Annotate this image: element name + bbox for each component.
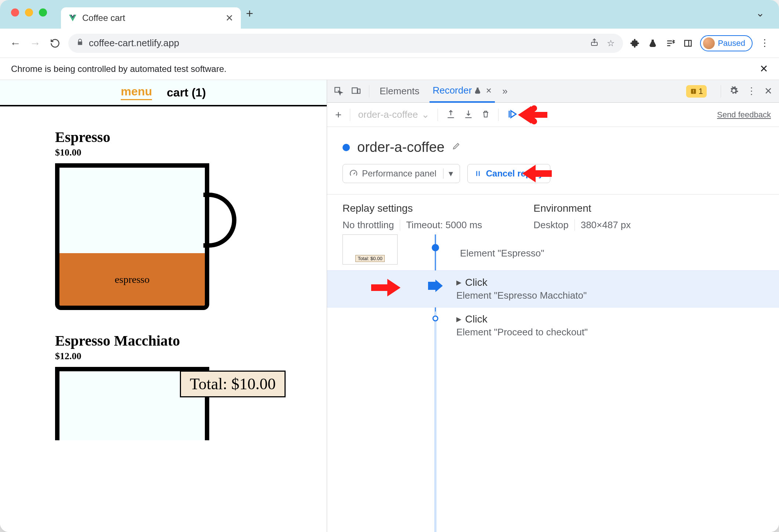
total-badge[interactable]: Total: $10.00: [180, 371, 286, 397]
side-panel-icon[interactable]: [682, 38, 693, 49]
timeline-step-current[interactable]: ▶Click Element "Espresso Macchiato": [327, 271, 779, 307]
gauge-icon: [349, 170, 358, 178]
tab-close-icon[interactable]: ✕: [225, 12, 233, 24]
timeout-value[interactable]: Timeout: 5000 ms: [406, 219, 482, 231]
browser-toolbar: ← → coffee-cart.netlify.app ☆: [0, 29, 779, 58]
product-price: $12.00: [55, 351, 327, 362]
devtools-panel: Elements Recorder ✕ » 1 ⋮ ✕: [327, 80, 779, 532]
send-feedback-link[interactable]: Send feedback: [717, 110, 771, 120]
forward-button[interactable]: →: [29, 37, 42, 50]
pause-icon: [474, 170, 482, 177]
product-espresso: Espresso $10.00 espresso: [55, 128, 327, 310]
import-icon[interactable]: [464, 109, 473, 120]
issues-badge[interactable]: 1: [686, 85, 707, 98]
timeline-step[interactable]: Total: $0.00 ▶Click Element "Espresso": [327, 234, 779, 271]
back-button[interactable]: ←: [9, 37, 22, 50]
edit-name-icon[interactable]: [452, 142, 461, 153]
address-bar[interactable]: coffee-cart.netlify.app ☆: [68, 34, 623, 53]
avatar-icon: [703, 37, 715, 49]
annotation-arrow: [371, 277, 401, 298]
page-nav: menu cart (1): [0, 80, 327, 106]
profile-paused-chip[interactable]: Paused: [700, 35, 753, 51]
nav-cart-link[interactable]: cart (1): [167, 86, 206, 99]
product-name: Espresso Macchiato: [55, 332, 327, 349]
chevron-down-icon[interactable]: ▾: [443, 168, 453, 179]
svg-rect-7: [693, 90, 694, 92]
svg-rect-5: [358, 89, 360, 93]
environment-viewport: 380×487 px: [581, 219, 631, 231]
extensions-icon[interactable]: [630, 38, 641, 49]
tab-elements[interactable]: Elements: [377, 80, 422, 103]
recorder-settings-row: Replay settings No throttling Timeout: 5…: [327, 194, 779, 234]
recording-selector[interactable]: order-a-coffee ⌄: [358, 109, 430, 120]
tab-recorder[interactable]: Recorder ✕: [430, 80, 495, 103]
devtools-tabstrip: Elements Recorder ✕ » 1 ⋮ ✕: [327, 80, 779, 103]
automation-infobar: Chrome is being controlled by automated …: [0, 58, 779, 80]
step-description: Element "Espresso": [460, 248, 544, 259]
product-espresso-macchiato: Espresso Macchiato $12.00 Total: $10.00: [55, 332, 327, 440]
automation-infobar-text: Chrome is being controlled by automated …: [11, 64, 227, 74]
browser-titlebar: Coffee cart ✕ + ⌄: [0, 0, 779, 29]
environment-device: Desktop: [533, 219, 568, 231]
new-recording-button[interactable]: +: [335, 109, 342, 121]
throttling-value[interactable]: No throttling: [343, 219, 394, 231]
labs-icon[interactable]: [647, 38, 658, 49]
settings-gear-icon[interactable]: [729, 86, 739, 97]
more-tabs-icon[interactable]: »: [502, 85, 507, 97]
coffee-cup-icon[interactable]: espresso: [55, 163, 217, 310]
replay-button[interactable]: [507, 109, 517, 121]
kebab-menu-icon[interactable]: ⋮: [759, 38, 770, 49]
window-close-button[interactable]: [11, 8, 19, 17]
step-description: Element "Espresso Macchiato": [456, 290, 587, 301]
vue-logo-icon: [68, 14, 77, 22]
url-text: coffee-cart.netlify.app: [89, 37, 179, 49]
svg-rect-1: [685, 40, 691, 46]
replay-settings-heading: Replay settings: [343, 203, 482, 214]
svg-rect-8: [693, 92, 694, 93]
inspect-element-icon[interactable]: [334, 86, 344, 96]
recording-title: order-a-coffee: [357, 139, 445, 155]
reading-list-icon[interactable]: [665, 38, 676, 49]
new-tab-button[interactable]: +: [246, 6, 253, 21]
tabs-dropdown-icon[interactable]: ⌄: [756, 7, 764, 19]
device-toolbar-icon[interactable]: [351, 86, 362, 96]
devtools-menu-icon[interactable]: ⋮: [747, 85, 756, 97]
export-icon[interactable]: [446, 109, 456, 120]
current-step-marker-icon: [428, 280, 443, 294]
devtools-close-icon[interactable]: ✕: [764, 85, 772, 97]
share-icon[interactable]: [590, 38, 599, 49]
step-description: Element "Proceed to checkout": [456, 327, 588, 338]
lock-icon: [76, 39, 84, 48]
step-marker-icon: [432, 316, 438, 321]
performance-panel-button[interactable]: Performance panel ▾: [343, 164, 460, 183]
product-price: $10.00: [55, 147, 327, 158]
annotation-arrow: [522, 163, 552, 184]
step-title: Click: [465, 313, 488, 325]
annotation-arrow: [518, 105, 547, 125]
expand-caret-icon[interactable]: ▶: [456, 278, 461, 287]
nav-menu-link[interactable]: menu: [121, 85, 152, 100]
chevron-down-icon: ⌄: [421, 109, 430, 120]
bookmark-icon[interactable]: ☆: [607, 38, 615, 48]
recording-status-dot: [343, 144, 350, 151]
environment-heading: Environment: [533, 203, 631, 214]
window-maximize-button[interactable]: [39, 8, 47, 17]
page-viewport: menu cart (1) Espresso $10.00 espresso: [0, 80, 327, 532]
tab-close-icon[interactable]: ✕: [486, 86, 492, 95]
step-title: Click: [465, 277, 488, 288]
delete-icon[interactable]: [481, 109, 490, 120]
paused-label: Paused: [718, 39, 745, 48]
window-minimize-button[interactable]: [25, 8, 33, 17]
reload-button[interactable]: [48, 37, 62, 50]
browser-tab[interactable]: Coffee cart ✕: [61, 7, 241, 29]
step-thumbnail: Total: $0.00: [343, 234, 398, 265]
recording-title-row: order-a-coffee: [343, 139, 764, 155]
expand-caret-icon[interactable]: ▶: [456, 315, 461, 323]
svg-rect-4: [352, 88, 357, 93]
timeline-step[interactable]: ▶Click Element "Proceed to checkout": [327, 307, 779, 344]
product-name: Espresso: [55, 128, 327, 146]
flask-icon: [474, 87, 481, 94]
recorder-timeline: Total: $0.00 ▶Click Element "Espresso" ▶…: [327, 234, 779, 532]
infobar-close-icon[interactable]: ✕: [760, 63, 768, 75]
tab-title: Coffee cart: [82, 13, 220, 23]
